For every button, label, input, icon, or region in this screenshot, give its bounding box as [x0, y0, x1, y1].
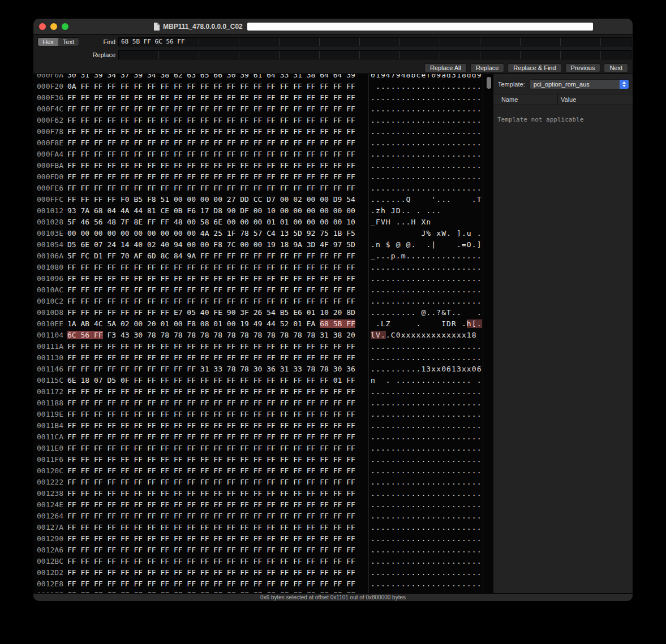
find-input[interactable]: 68 5B FF 6C 56 FF [118, 37, 631, 46]
hex-row[interactable]: 001146FF FF FF FF FF FF FF FF FF FF 31 3… [33, 364, 493, 375]
ascii-bytes[interactable]: .......Q '... .T [371, 194, 482, 205]
hex-row[interactable]: 0012BCFF FF FF FF FF FF FF FF FF FF FF F… [33, 556, 493, 567]
ascii-bytes[interactable]: ...................... [371, 465, 482, 477]
ascii-bytes[interactable]: ..................... [371, 81, 482, 92]
ascii-bytes[interactable]: .n $ @ @. .| .=O.] [371, 239, 482, 250]
hex-bytes[interactable]: FF FF FF FF FF FF FF FF FF FF FF FF FF F… [67, 160, 355, 171]
hex-bytes[interactable]: 6C 56 FF F3 43 30 78 78 78 78 78 78 78 7… [67, 330, 355, 341]
column-header-value[interactable]: Value [561, 94, 576, 105]
hex-bytes[interactable]: FF FF FF FF FF FF FF FF FF FF FF FF FF F… [67, 171, 355, 183]
hex-row[interactable]: 0011046C 56 FF F3 43 30 78 78 78 78 78 7… [33, 330, 493, 341]
hex-row[interactable]: 000FD0FF FF FF FF FF FF FF FF FF FF FF F… [33, 171, 493, 183]
hex-bytes[interactable]: FF FF FF FF FF FF FF FF FF FF FF FF FF F… [67, 533, 355, 544]
hex-row[interactable]: 00124EFF FF FF FF FF FF FF FF FF FF FF F… [33, 499, 493, 511]
column-header-name[interactable]: Name [501, 94, 518, 105]
hex-bytes[interactable]: D5 6E 07 24 14 40 02 40 94 00 00 F8 7C 0… [67, 239, 355, 250]
hex-bytes[interactable]: FF FF FF FF FF FF FF FF FF FF FF FF FF F… [67, 409, 355, 420]
ascii-bytes[interactable]: ...................... [371, 352, 482, 364]
ascii-bytes[interactable]: ...................... [371, 431, 482, 443]
hex-bytes[interactable]: FF FF FF FF FF FF FF FF FF FF FF FF FF F… [67, 420, 355, 431]
hex-row[interactable]: 00127AFF FF FF FF FF FF FF FF FF FF FF F… [33, 522, 493, 533]
hex-bytes[interactable]: FF FF FF FF FF FF FF FF FF FF FF FF FF F… [67, 262, 355, 273]
ascii-bytes[interactable]: .LZ . IDR .h[. [371, 318, 482, 330]
hex-row[interactable]: 0010ACFF FF FF FF FF FF FF FF FF FF FF F… [33, 284, 493, 296]
hex-bytes[interactable]: 1A AB 4C 5A 02 00 20 01 00 F8 08 01 00 1… [67, 318, 355, 330]
hex-row[interactable]: 00111AFF FF FF FF FF FF FF FF FF FF FF F… [33, 341, 493, 352]
ascii-bytes[interactable]: ...................... [371, 499, 482, 511]
hex-dump-pane[interactable]: 000F0A30 31 39 34 37 39 34 38 62 63 65 6… [33, 74, 493, 593]
hex-bytes[interactable]: FF FF FF FF FF FF FF FF FF FF FF FF FF F… [67, 578, 355, 590]
hex-row[interactable]: 0010C2FF FF FF FF FF FF FF FF FF FF FF F… [33, 296, 493, 307]
hex-bytes[interactable]: 5F 46 56 48 7F 8E FF FF 48 00 58 6E 00 0… [67, 217, 355, 228]
ascii-bytes[interactable]: ...................... [371, 273, 482, 284]
hex-bytes[interactable]: FF FF FF FF FF FF FF FF FF FF FF FF FF F… [67, 465, 355, 477]
hex-row[interactable]: 00103E00 00 00 00 00 00 00 00 00 00 4A 2… [33, 228, 493, 239]
ascii-bytes[interactable]: lV..C0xxxxxxxxxxxxx18 [371, 330, 482, 341]
ascii-bytes[interactable]: ...................... [371, 488, 482, 499]
ascii-bytes[interactable]: ..........13xx0613xx06 [371, 364, 482, 375]
ascii-bytes[interactable]: ...................... [371, 409, 482, 420]
hex-row[interactable]: 001290FF FF FF FF FF FF FF FF FF FF FF F… [33, 533, 493, 544]
hex-row[interactable]: 00119EFF FF FF FF FF FF FF FF FF FF FF F… [33, 409, 493, 420]
replace-button[interactable]: Replace [470, 63, 504, 72]
hex-row[interactable]: 000F78FF FF FF FF FF FF FF FF FF FF FF F… [33, 126, 493, 137]
hex-bytes[interactable]: FF FF FF FF FF FF FF FF E7 05 40 FE 90 3… [67, 307, 355, 318]
hex-bytes[interactable]: FF FF FF FF FF FF FF FF FF FF FF FF FF F… [67, 477, 355, 488]
hex-row[interactable]: 000FA4FF FF FF FF FF FF FF FF FF FF FF F… [33, 149, 493, 160]
ascii-bytes[interactable]: ...................... [371, 115, 482, 126]
hex-row[interactable]: 000F200A FF FF FF FF FF FF FF FF FF FF F… [33, 81, 493, 92]
hex-bytes[interactable]: 93 7A 68 04 4A 44 81 CE 0B F6 17 D8 90 D… [67, 205, 355, 217]
ascii-bytes[interactable]: ...................... [371, 567, 482, 578]
next-button[interactable]: Next [604, 63, 628, 72]
ascii-bytes[interactable]: ...................... [371, 149, 482, 160]
ascii-bytes[interactable]: ...................... [371, 171, 482, 183]
hex-row[interactable]: 000F4CFF FF FF FF FF FF FF FF FF FF FF F… [33, 103, 493, 115]
ascii-bytes[interactable]: ...................... [371, 454, 482, 465]
hex-row[interactable]: 001130FF FF FF FF FF FF FF FF FF FF FF F… [33, 352, 493, 364]
ascii-bytes[interactable]: ...................... [371, 556, 482, 567]
ascii-bytes[interactable]: ...................... [371, 533, 482, 544]
ascii-bytes[interactable]: ...................... [371, 578, 482, 590]
close-button[interactable] [39, 23, 46, 30]
hex-bytes[interactable]: FF FF FF FF FF FF FF FF FF FF FF FF FF F… [67, 386, 355, 397]
ascii-bytes[interactable]: ...................... [371, 511, 482, 522]
ascii-bytes[interactable]: ...................... [371, 126, 482, 137]
ascii-bytes[interactable]: ...................... [371, 397, 482, 409]
hex-row[interactable]: 000FFCFF FF FF FF F0 B5 F8 51 00 00 00 0… [33, 194, 493, 205]
hex-row[interactable]: 001188FF FF FF FF FF FF FF FF FF FF FF F… [33, 397, 493, 409]
ascii-bytes[interactable]: ...................... [371, 443, 482, 454]
hex-row[interactable]: 001054D5 6E 07 24 14 40 02 40 94 00 00 F… [33, 239, 493, 250]
hex-bytes[interactable]: FF FF FF FF FF FF FF FF FF FF FF FF FF F… [67, 341, 355, 352]
ascii-bytes[interactable]: ...................... [371, 262, 482, 273]
hex-bytes[interactable]: FF FF FF FF FF FF FF FF FF FF FF FF FF F… [67, 103, 355, 115]
ascii-bytes[interactable]: ...................... [371, 477, 482, 488]
hex-row[interactable]: 0011B4FF FF FF FF FF FF FF FF FF FF FF F… [33, 420, 493, 431]
hex-row[interactable]: 0010EE1A AB 4C 5A 02 00 20 01 00 F8 08 0… [33, 318, 493, 330]
hex-row[interactable]: 001222FF FF FF FF FF FF FF FF FF FF FF F… [33, 477, 493, 488]
ascii-bytes[interactable]: ...................... [371, 386, 482, 397]
hex-bytes[interactable]: FF FF FF FF FF FF FF FF FF FF FF FF FF F… [67, 443, 355, 454]
ascii-bytes[interactable]: _...p.m............... [371, 250, 482, 262]
ascii-bytes[interactable]: 01947948bcef09ad318dd9 [371, 74, 482, 81]
hex-row[interactable]: 001264FF FF FF FF FF FF FF FF FF FF FF F… [33, 511, 493, 522]
hex-row[interactable]: 0011E0FF FF FF FF FF FF FF FF FF FF FF F… [33, 443, 493, 454]
previous-button[interactable]: Previous [565, 63, 601, 72]
hex-bytes[interactable]: 6E 18 07 D5 0F FF FF FF FF FF FF FF FF F… [67, 375, 355, 386]
hex-bytes[interactable]: FF FF FF FF FF FF FF FF FF FF FF FF FF F… [67, 92, 355, 103]
hex-bytes[interactable]: FF FF FF FF FF FF FF FF FF FF FF FF FF F… [67, 499, 355, 511]
hex-bytes[interactable]: FF FF FF FF FF FF FF FF FF FF FF FF FF F… [67, 126, 355, 137]
replace-input[interactable] [118, 50, 631, 59]
hex-bytes[interactable]: FF FF FF FF FF FF FF FF FF FF FF FF FF F… [67, 511, 355, 522]
hex-bytes[interactable]: FF FF FF FF FF FF FF FF FF FF FF FF FF F… [67, 273, 355, 284]
hex-bytes[interactable]: FF FF FF FF FF FF FF FF FF FF FF FF FF F… [67, 454, 355, 465]
ascii-bytes[interactable]: J% xW. ].u . [371, 228, 482, 239]
hex-bytes[interactable]: FF FF FF FF FF FF FF FF FF FF FF FF FF F… [67, 352, 355, 364]
hex-bytes[interactable]: FF FF FF FF FF FF FF FF FF FF FF FF FF F… [67, 544, 355, 556]
titlebar[interactable]: MBP111_478.0.0.0.0_C02 [33, 19, 633, 34]
hex-bytes[interactable]: FF FF FF FF FF FF FF FF FF FF FF FF FF F… [67, 431, 355, 443]
hex-row[interactable]: 0010D8FF FF FF FF FF FF FF FF E7 05 40 F… [33, 307, 493, 318]
ascii-bytes[interactable]: ...................... [371, 137, 482, 149]
ascii-bytes[interactable]: ...................... [371, 92, 482, 103]
title-overlay-field[interactable] [247, 23, 593, 31]
hex-row[interactable]: 001096FF FF FF FF FF FF FF FF FF FF FF F… [33, 273, 493, 284]
